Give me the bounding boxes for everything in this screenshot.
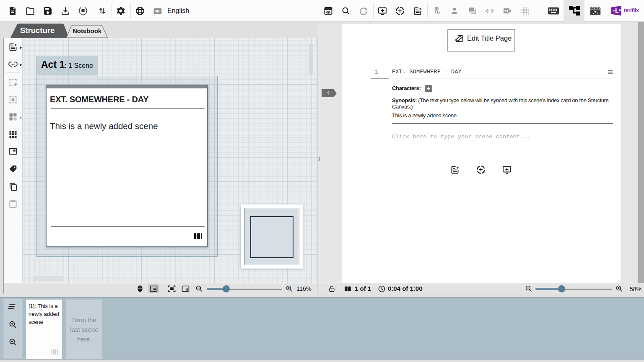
svg-text:1: 1 [327, 91, 330, 97]
